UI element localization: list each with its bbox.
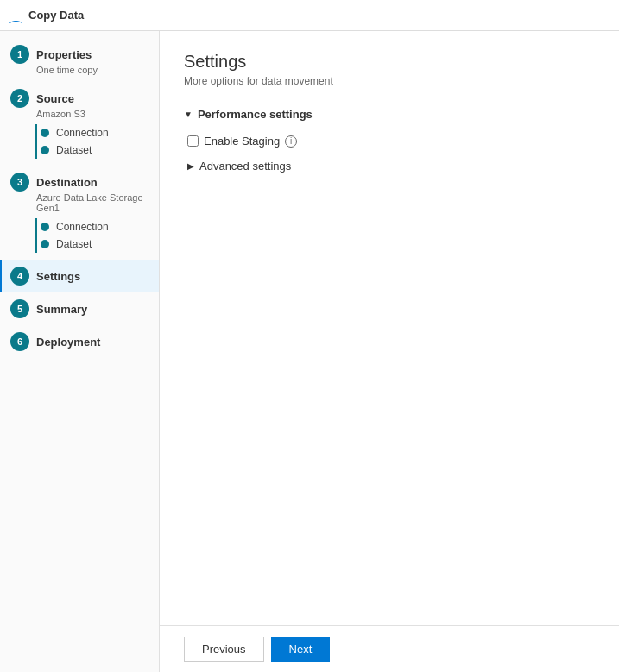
step-number-6: 6	[10, 332, 29, 351]
next-button[interactable]: Next	[271, 637, 331, 662]
page-title: Settings	[184, 52, 595, 72]
step-sublabel-properties: One time copy	[36, 65, 148, 75]
destination-connection-label: Connection	[56, 221, 109, 233]
source-dataset-dot	[41, 146, 49, 154]
step-label-properties: Properties	[36, 48, 92, 61]
sidebar-step-summary[interactable]: 5 Summary	[0, 292, 159, 325]
source-dataset-label: Dataset	[56, 144, 92, 156]
sidebar-step-settings[interactable]: 4 Settings	[0, 260, 159, 292]
topbar: ⁔ Copy Data	[0, 0, 619, 31]
source-dataset-row[interactable]: Dataset	[35, 141, 148, 159]
page-subtitle: More options for data movement	[184, 75, 595, 87]
sidebar-step-destination[interactable]: 3 Destination Azure Data Lake Storage Ge…	[0, 166, 159, 260]
step-sublabel-source: Amazon S3	[36, 109, 148, 119]
content-body: Settings More options for data movement …	[160, 31, 619, 625]
copy-data-icon: ⁔	[10, 7, 22, 23]
sidebar-step-source[interactable]: 2 Source Amazon S3 Connection Dataset	[0, 82, 159, 166]
performance-settings-title: Performance settings	[198, 108, 313, 121]
step-number-4: 4	[10, 267, 29, 286]
step-number-3: 3	[10, 173, 29, 192]
performance-settings-section[interactable]: ▼ Performance settings	[184, 108, 595, 121]
enable-staging-row: Enable Staging i	[187, 135, 595, 148]
step-label-summary: Summary	[36, 303, 87, 316]
source-subitems: Connection Dataset	[26, 124, 148, 159]
enable-staging-label[interactable]: Enable Staging	[204, 135, 280, 148]
step-label-destination: Destination	[36, 176, 98, 189]
content-footer: Previous Next	[160, 625, 619, 672]
destination-dataset-dot	[41, 240, 49, 248]
enable-staging-checkbox[interactable]	[187, 135, 199, 147]
step-number-1: 1	[10, 45, 29, 64]
performance-collapse-icon: ▼	[184, 110, 193, 119]
sidebar-step-properties[interactable]: 1 Properties One time copy	[0, 38, 159, 82]
advanced-settings-row[interactable]: ▶ Advanced settings	[187, 160, 595, 173]
source-connection-label: Connection	[56, 127, 109, 139]
destination-dataset-label: Dataset	[56, 238, 92, 250]
sidebar: 1 Properties One time copy 2 Source Amaz…	[0, 31, 160, 672]
main-layout: 1 Properties One time copy 2 Source Amaz…	[0, 31, 619, 672]
source-connection-dot	[41, 129, 49, 137]
destination-connection-row[interactable]: Connection	[35, 218, 148, 236]
step-label-deployment: Deployment	[36, 336, 100, 349]
step-number-5: 5	[10, 299, 29, 318]
source-connection-row[interactable]: Connection	[35, 124, 148, 141]
previous-button[interactable]: Previous	[184, 637, 264, 662]
advanced-settings-label: Advanced settings	[199, 160, 291, 173]
sidebar-step-deployment[interactable]: 6 Deployment	[0, 325, 159, 358]
advanced-expand-icon: ▶	[187, 161, 194, 171]
enable-staging-info-icon[interactable]: i	[285, 135, 297, 148]
content-area: Settings More options for data movement …	[160, 31, 619, 672]
destination-dataset-row[interactable]: Dataset	[35, 236, 148, 253]
step-label-settings: Settings	[36, 270, 80, 283]
destination-subitems: Connection Dataset	[26, 218, 148, 253]
step-label-source: Source	[36, 92, 74, 105]
destination-connection-dot	[41, 223, 49, 231]
topbar-title: Copy Data	[28, 9, 84, 22]
step-number-2: 2	[10, 89, 29, 108]
step-sublabel-destination: Azure Data Lake Storage Gen1	[36, 192, 148, 213]
